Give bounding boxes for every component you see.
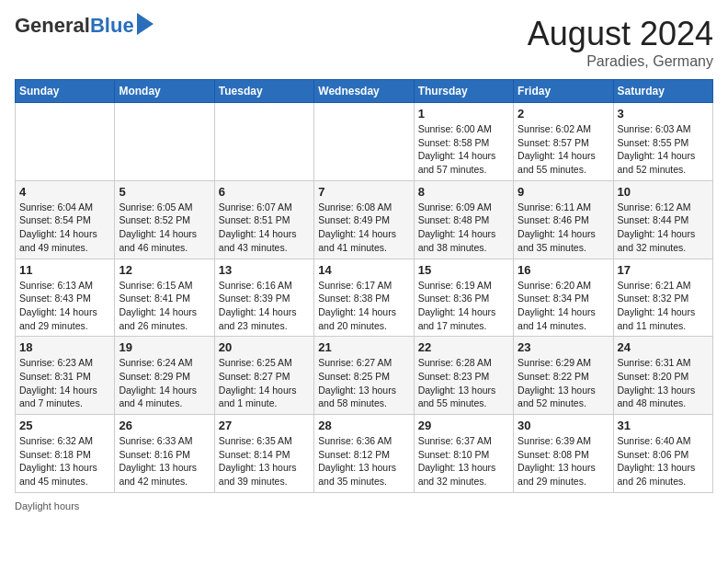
day-number: 18 [19, 340, 110, 354]
calendar-cell: 20Sunrise: 6:25 AM Sunset: 8:27 PM Dayli… [214, 337, 313, 415]
day-info: Sunrise: 6:31 AM Sunset: 8:20 PM Dayligh… [618, 356, 709, 410]
day-info: Sunrise: 6:08 AM Sunset: 8:49 PM Dayligh… [318, 201, 409, 255]
day-info: Sunrise: 6:35 AM Sunset: 8:14 PM Dayligh… [219, 434, 310, 488]
logo: GeneralBlue [15, 15, 154, 37]
calendar-header-wednesday: Wednesday [314, 80, 414, 103]
day-info: Sunrise: 6:29 AM Sunset: 8:22 PM Dayligh… [518, 356, 609, 410]
day-number: 27 [219, 419, 310, 432]
calendar-cell: 2Sunrise: 6:02 AM Sunset: 8:57 PM Daylig… [514, 103, 613, 181]
title-block: August 2024 Paradies, Germany [528, 15, 713, 70]
day-number: 28 [318, 419, 409, 432]
day-number: 30 [518, 419, 609, 432]
day-number: 7 [318, 185, 409, 199]
calendar-body: 1Sunrise: 6:00 AM Sunset: 8:58 PM Daylig… [16, 103, 713, 493]
day-number: 3 [618, 107, 709, 121]
calendar-cell: 17Sunrise: 6:21 AM Sunset: 8:32 PM Dayli… [613, 259, 712, 337]
location-title: Paradies, Germany [528, 53, 713, 70]
day-number: 1 [418, 107, 509, 121]
calendar-header-tuesday: Tuesday [214, 80, 313, 103]
calendar-cell: 26Sunrise: 6:33 AM Sunset: 8:16 PM Dayli… [115, 415, 214, 493]
day-number: 2 [518, 107, 609, 121]
day-number: 10 [618, 185, 709, 199]
day-number: 15 [418, 263, 509, 277]
calendar-header-thursday: Thursday [414, 80, 513, 103]
day-info: Sunrise: 6:37 AM Sunset: 8:10 PM Dayligh… [418, 434, 509, 488]
calendar-cell: 21Sunrise: 6:27 AM Sunset: 8:25 PM Dayli… [314, 337, 414, 415]
calendar-cell: 9Sunrise: 6:11 AM Sunset: 8:46 PM Daylig… [514, 180, 613, 259]
day-number: 23 [518, 340, 609, 354]
day-number: 21 [318, 340, 409, 354]
calendar-cell: 29Sunrise: 6:37 AM Sunset: 8:10 PM Dayli… [414, 415, 513, 493]
calendar-cell: 6Sunrise: 6:07 AM Sunset: 8:51 PM Daylig… [214, 180, 313, 259]
calendar-cell: 28Sunrise: 6:36 AM Sunset: 8:12 PM Dayli… [314, 415, 414, 493]
day-info: Sunrise: 6:25 AM Sunset: 8:27 PM Dayligh… [219, 356, 310, 410]
day-number: 19 [119, 340, 210, 354]
day-info: Sunrise: 6:39 AM Sunset: 8:08 PM Dayligh… [518, 434, 609, 488]
calendar-header-saturday: Saturday [613, 80, 712, 103]
day-number: 25 [19, 419, 110, 432]
day-info: Sunrise: 6:21 AM Sunset: 8:32 PM Dayligh… [618, 279, 709, 333]
day-number: 4 [19, 185, 110, 199]
calendar-cell: 10Sunrise: 6:12 AM Sunset: 8:44 PM Dayli… [613, 180, 712, 259]
calendar-header-sunday: Sunday [16, 80, 115, 103]
day-info: Sunrise: 6:02 AM Sunset: 8:57 PM Dayligh… [518, 122, 609, 177]
calendar-header-friday: Friday [514, 80, 613, 103]
calendar-cell: 8Sunrise: 6:09 AM Sunset: 8:48 PM Daylig… [414, 180, 513, 259]
day-number: 22 [418, 340, 509, 354]
calendar-cell [314, 103, 414, 181]
day-number: 9 [518, 185, 609, 199]
logo-general-text: General [15, 14, 90, 37]
day-info: Sunrise: 6:19 AM Sunset: 8:36 PM Dayligh… [418, 279, 509, 333]
calendar-cell: 27Sunrise: 6:35 AM Sunset: 8:14 PM Dayli… [214, 415, 313, 493]
day-info: Sunrise: 6:16 AM Sunset: 8:39 PM Dayligh… [219, 279, 310, 333]
logo-arrow-icon [137, 13, 154, 35]
month-title: August 2024 [528, 15, 713, 53]
calendar-cell: 12Sunrise: 6:15 AM Sunset: 8:41 PM Dayli… [115, 259, 214, 337]
day-info: Sunrise: 6:40 AM Sunset: 8:06 PM Dayligh… [618, 434, 709, 488]
calendar-cell: 4Sunrise: 6:04 AM Sunset: 8:54 PM Daylig… [16, 180, 115, 259]
calendar-cell [16, 103, 115, 181]
day-number: 11 [19, 263, 110, 277]
calendar-cell: 11Sunrise: 6:13 AM Sunset: 8:43 PM Dayli… [16, 259, 115, 337]
day-info: Sunrise: 6:17 AM Sunset: 8:38 PM Dayligh… [318, 279, 409, 333]
day-info: Sunrise: 6:09 AM Sunset: 8:48 PM Dayligh… [418, 201, 509, 255]
day-number: 14 [318, 263, 409, 277]
calendar-week-3: 11Sunrise: 6:13 AM Sunset: 8:43 PM Dayli… [16, 259, 713, 337]
calendar-header-row: SundayMondayTuesdayWednesdayThursdayFrid… [16, 80, 713, 103]
day-info: Sunrise: 6:15 AM Sunset: 8:41 PM Dayligh… [119, 279, 210, 333]
day-info: Sunrise: 6:33 AM Sunset: 8:16 PM Dayligh… [119, 434, 210, 488]
day-info: Sunrise: 6:36 AM Sunset: 8:12 PM Dayligh… [318, 434, 409, 488]
calendar-cell: 25Sunrise: 6:32 AM Sunset: 8:18 PM Dayli… [16, 415, 115, 493]
calendar-cell: 3Sunrise: 6:03 AM Sunset: 8:55 PM Daylig… [613, 103, 712, 181]
calendar-cell [115, 103, 214, 181]
page-header: GeneralBlue August 2024 Paradies, German… [15, 15, 713, 70]
calendar-cell: 30Sunrise: 6:39 AM Sunset: 8:08 PM Dayli… [514, 415, 613, 493]
day-info: Sunrise: 6:20 AM Sunset: 8:34 PM Dayligh… [518, 279, 609, 333]
day-info: Sunrise: 6:03 AM Sunset: 8:55 PM Dayligh… [618, 122, 709, 177]
day-number: 5 [119, 185, 210, 199]
day-info: Sunrise: 6:00 AM Sunset: 8:58 PM Dayligh… [418, 122, 509, 177]
calendar-cell: 7Sunrise: 6:08 AM Sunset: 8:49 PM Daylig… [314, 180, 414, 259]
legend: Daylight hours [15, 500, 713, 511]
day-number: 31 [618, 419, 709, 432]
day-number: 12 [119, 263, 210, 277]
logo-blue-text: Blue [90, 14, 134, 37]
calendar-cell: 23Sunrise: 6:29 AM Sunset: 8:22 PM Dayli… [514, 337, 613, 415]
day-number: 26 [119, 419, 210, 432]
day-info: Sunrise: 6:05 AM Sunset: 8:52 PM Dayligh… [119, 201, 210, 255]
calendar-cell [214, 103, 313, 181]
calendar-cell: 5Sunrise: 6:05 AM Sunset: 8:52 PM Daylig… [115, 180, 214, 259]
day-info: Sunrise: 6:23 AM Sunset: 8:31 PM Dayligh… [19, 356, 110, 410]
day-number: 29 [418, 419, 509, 432]
calendar-header-monday: Monday [115, 80, 214, 103]
day-info: Sunrise: 6:12 AM Sunset: 8:44 PM Dayligh… [618, 201, 709, 255]
calendar-cell: 18Sunrise: 6:23 AM Sunset: 8:31 PM Dayli… [16, 337, 115, 415]
calendar-cell: 19Sunrise: 6:24 AM Sunset: 8:29 PM Dayli… [115, 337, 214, 415]
day-number: 13 [219, 263, 310, 277]
day-number: 6 [219, 185, 310, 199]
day-info: Sunrise: 6:13 AM Sunset: 8:43 PM Dayligh… [19, 279, 110, 333]
calendar-cell: 13Sunrise: 6:16 AM Sunset: 8:39 PM Dayli… [214, 259, 313, 337]
calendar-week-5: 25Sunrise: 6:32 AM Sunset: 8:18 PM Dayli… [16, 415, 713, 493]
day-info: Sunrise: 6:07 AM Sunset: 8:51 PM Dayligh… [219, 201, 310, 255]
calendar-cell: 16Sunrise: 6:20 AM Sunset: 8:34 PM Dayli… [514, 259, 613, 337]
